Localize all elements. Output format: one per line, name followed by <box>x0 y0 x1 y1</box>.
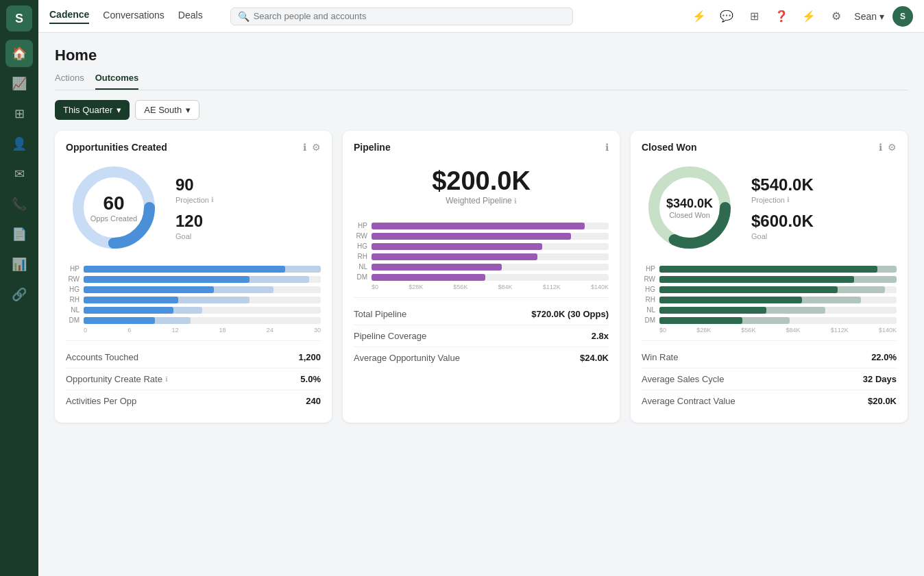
opp-activities-value: 240 <box>306 396 321 406</box>
page-tabs: Actions Outcomes <box>55 73 908 90</box>
opp-donut: 60 Opps Created <box>66 160 162 255</box>
cw-cycle-label: Average Sales Cycle <box>642 374 724 384</box>
cw-barchart: HP RW HG <box>642 265 897 334</box>
cw-donut-center: $340.0K Closed Won <box>666 197 713 219</box>
region-filter[interactable]: AE South ▾ <box>135 100 199 120</box>
opp-stat-activities: Activities Per Opp 240 <box>66 390 321 412</box>
opp-barchart: HP RW HG <box>66 265 321 334</box>
messages-icon[interactable]: 💬 <box>717 7 736 26</box>
opp-goal-label: Goal <box>175 231 214 241</box>
opp-stat-rate: Opportunity Create Rate ℹ 5.0% <box>66 368 321 390</box>
sidebar-item-activity[interactable]: 📈 <box>5 70 33 97</box>
opp-donut-center: 60 Opps Created <box>90 192 137 223</box>
search-bar[interactable]: 🔍 <box>230 8 573 25</box>
cw-stat-winrate: Win Rate 22.0% <box>642 347 897 368</box>
apps-icon[interactable]: ⊞ <box>744 7 764 26</box>
pipeline-card-icons: ℹ <box>605 142 609 153</box>
sidebar-item-phone[interactable]: 📞 <box>5 190 33 218</box>
nav-conversations[interactable]: Conversations <box>103 10 165 23</box>
sidebar-item-integrations[interactable]: 🔗 <box>5 281 33 308</box>
rate-info-icon: ℹ <box>165 375 168 383</box>
sidebar-item-reports[interactable]: 📊 <box>5 251 33 278</box>
cw-contract-value: $20.0K <box>868 396 897 406</box>
opp-bar-hp: HP <box>66 265 321 273</box>
pipeline-bottom-stats: Total Pipeline $720.0K (30 Opps) Pipelin… <box>354 297 609 368</box>
sidebar-item-docs[interactable]: 📄 <box>5 221 33 248</box>
cw-goal-stat: $600.0K Goal <box>751 210 814 241</box>
nav-deals[interactable]: Deals <box>178 10 203 23</box>
cw-projection-label: Projection ℹ <box>751 195 814 205</box>
lightning-icon[interactable]: ⚡ <box>799 7 818 26</box>
sidebar-item-grid[interactable]: ⊞ <box>5 100 33 127</box>
sidebar-item-mail[interactable]: ✉ <box>5 160 33 188</box>
cw-donut: $340.0K Closed Won <box>642 160 738 255</box>
pipe-stat-coverage: Pipeline Coverage 2.8x <box>354 325 609 347</box>
cw-bar-dm: DM <box>642 316 897 324</box>
pipe-avg-value: $24.0K <box>580 353 609 363</box>
proj-info-icon: ℹ <box>211 195 214 204</box>
cw-proj-info-icon: ℹ <box>787 195 790 204</box>
pipe-bar-rh: RH <box>354 253 609 260</box>
cw-info-icon[interactable]: ℹ <box>879 142 882 153</box>
activity-icon[interactable]: ⚡ <box>690 7 709 26</box>
sidebar-item-people[interactable]: 👤 <box>5 130 33 158</box>
cw-winrate-label: Win Rate <box>642 352 678 362</box>
pipe-stat-avg-value: Average Opportunity Value $24.0K <box>354 347 609 368</box>
cw-cycle-value: 32 Days <box>863 374 897 384</box>
tab-actions[interactable]: Actions <box>55 73 84 90</box>
top-navigation: Cadence Conversations Deals 🔍 ⚡ 💬 ⊞ ❓ ⚡ … <box>38 0 924 33</box>
cw-settings-icon[interactable]: ⚙ <box>888 142 897 153</box>
closed-won-card: Closed Won ℹ ⚙ $340.0K <box>631 131 908 423</box>
sidebar-item-home[interactable]: 🏠 <box>5 40 33 67</box>
opp-rate-value: 5.0% <box>300 374 321 384</box>
cw-donut-label: Closed Won <box>666 211 713 219</box>
nav-cadence[interactable]: Cadence <box>49 9 89 24</box>
user-name: Sean <box>854 11 877 22</box>
opp-bar-rh: RH <box>66 296 321 303</box>
cw-contract-label: Average Contract Value <box>642 396 735 406</box>
quarter-filter[interactable]: This Quarter ▾ <box>55 100 130 120</box>
opp-bar-dm: DM <box>66 316 321 324</box>
cw-card-title: Closed Won <box>642 142 697 153</box>
cw-goal-number: $600.0K <box>751 210 814 231</box>
page-title: Home <box>55 47 908 64</box>
user-badge[interactable]: Sean ▾ <box>854 11 884 22</box>
cw-projection-stat: $540.0K Projection ℹ <box>751 174 814 205</box>
chevron-region-icon: ▾ <box>186 105 191 115</box>
cw-stat-contract: Average Contract Value $20.0K <box>642 390 897 412</box>
user-avatar[interactable]: S <box>892 6 913 27</box>
opp-goal-stat: 120 Goal <box>175 210 214 241</box>
pipe-total-label: Total Pipeline <box>354 309 406 319</box>
opp-stat-accounts: Accounts Touched 1,200 <box>66 347 321 368</box>
cards-row: Opportunities Created ℹ ⚙ 60 <box>55 131 908 423</box>
search-input[interactable] <box>254 11 566 21</box>
settings-icon[interactable]: ⚙ <box>827 7 846 26</box>
cw-bar-hg: HG <box>642 286 897 293</box>
opp-info-icon[interactable]: ℹ <box>303 142 306 153</box>
main-content: Cadence Conversations Deals 🔍 ⚡ 💬 ⊞ ❓ ⚡ … <box>38 0 924 576</box>
opp-barchart-axis: 0 6 12 18 24 30 <box>66 327 321 334</box>
topnav-right: ⚡ 💬 ⊞ ❓ ⚡ ⚙ Sean ▾ S <box>690 6 913 27</box>
help-icon[interactable]: ❓ <box>772 7 791 26</box>
cw-bar-hp: HP <box>642 265 897 273</box>
cw-card-icons: ℹ ⚙ <box>879 142 897 153</box>
chevron-filter-icon: ▾ <box>117 105 121 115</box>
pipeline-weighted-value: $200.0K <box>354 166 609 196</box>
pipe-bar-nl: NL <box>354 263 609 271</box>
opp-projection-number: 90 <box>175 174 214 195</box>
cw-stat-cycle: Average Sales Cycle 32 Days <box>642 368 897 390</box>
opportunities-card: Opportunities Created ℹ ⚙ 60 <box>55 131 332 423</box>
pipe-bar-rw: RW <box>354 232 609 240</box>
pipeline-info-icon[interactable]: ℹ <box>605 142 609 153</box>
tab-outcomes[interactable]: Outcomes <box>95 73 139 90</box>
pipe-total-value: $720.0K (30 Opps) <box>531 309 609 319</box>
pipeline-card: Pipeline ℹ $200.0K Weighted Pipeline ℹ H <box>343 131 620 423</box>
opp-bottom-stats: Accounts Touched 1,200 Opportunity Creat… <box>66 340 321 412</box>
region-filter-label: AE South <box>144 105 182 115</box>
pipeline-barchart: HP RW HG <box>354 222 609 290</box>
pipe-bar-dm: DM <box>354 273 609 281</box>
cw-bar-nl: NL <box>642 306 897 314</box>
opp-rate-label: Opportunity Create Rate ℹ <box>66 374 168 384</box>
opp-settings-icon[interactable]: ⚙ <box>312 142 321 153</box>
cw-main-section: $340.0K Closed Won $540.0K Projection ℹ <box>642 160 897 255</box>
